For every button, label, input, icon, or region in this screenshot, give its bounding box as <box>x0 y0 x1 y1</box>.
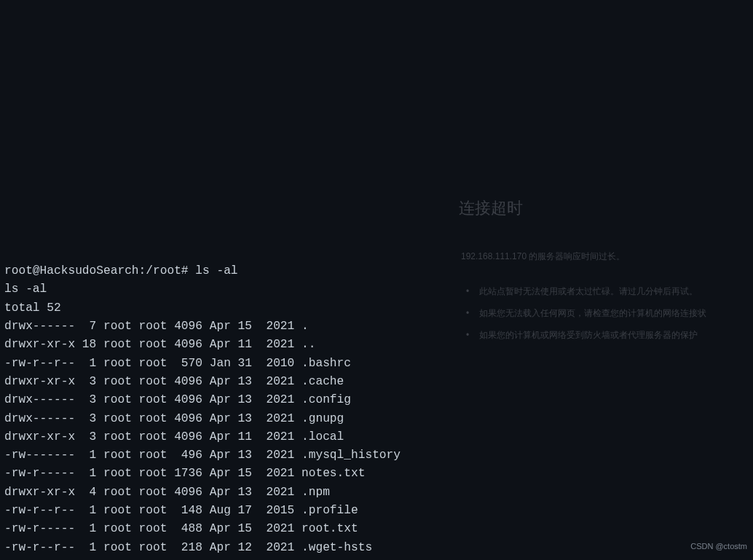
watermark: CSDN @ctostm <box>690 537 747 556</box>
bg-error-title: 连接超时 <box>459 199 523 217</box>
terminal-output: root@HacksudoSearch:/root# ls -al ls -al… <box>4 262 749 560</box>
terminal[interactable]: 连接超时 192.168.111.170 的服务器响应时间过长。 • 此站点暂时… <box>0 0 753 560</box>
